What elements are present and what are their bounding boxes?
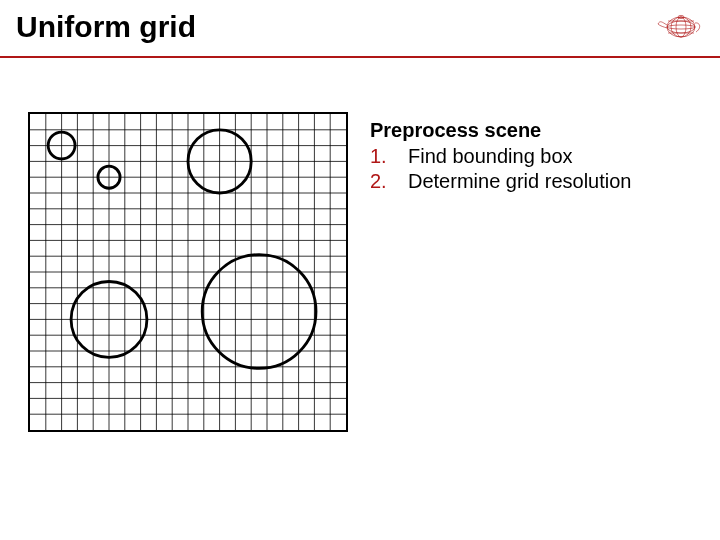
list-item: 1. Find bounding box [370, 144, 700, 170]
numbered-list: 1. Find bounding box 2. Determine grid r… [370, 144, 700, 195]
list-number: 2. [370, 169, 392, 195]
grid-diagram [28, 112, 348, 432]
list-text: Find bounding box [408, 144, 573, 170]
body-heading: Preprocess scene [370, 118, 700, 144]
page-title: Uniform grid [16, 10, 196, 44]
grid-svg [30, 114, 346, 430]
list-item: 2. Determine grid resolution [370, 169, 700, 195]
list-text: Determine grid resolution [408, 169, 631, 195]
body-text: Preprocess scene 1. Find bounding box 2.… [370, 118, 700, 195]
teapot-logo [656, 10, 702, 40]
list-number: 1. [370, 144, 392, 170]
svg-point-3 [671, 17, 691, 37]
title-underline [0, 56, 720, 58]
svg-point-4 [676, 17, 686, 37]
teapot-icon [656, 10, 702, 40]
slide: Uniform grid Preprocess scene 1. [0, 0, 720, 540]
